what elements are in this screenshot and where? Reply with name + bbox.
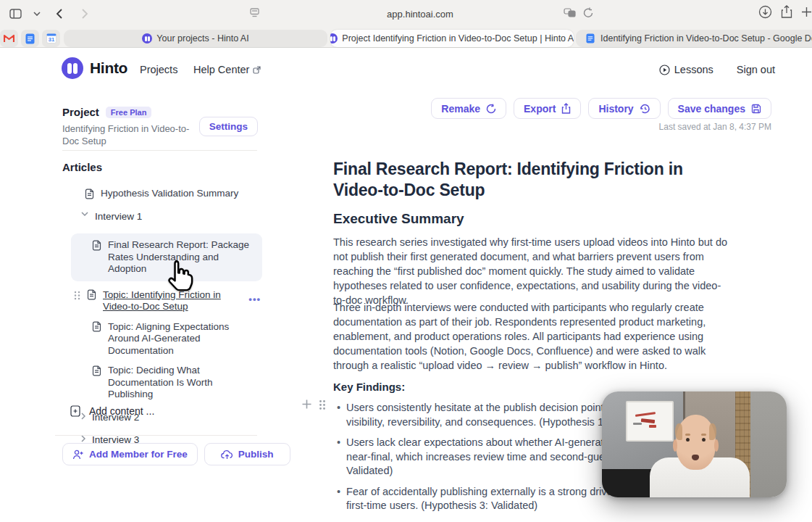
nav-projects[interactable]: Projects	[140, 64, 177, 75]
svg-text:31: 31	[48, 36, 54, 43]
reload-icon[interactable]	[583, 7, 593, 18]
browser-toolbar: app.hintoai.com	[0, 0, 812, 29]
file-plus-icon	[70, 405, 80, 417]
add-member-button[interactable]: Add Member for Free	[62, 443, 198, 465]
video-whiteboard	[626, 401, 674, 441]
back-button-icon[interactable]	[49, 4, 68, 23]
document-toolbar: Remake Export History Save changes	[431, 98, 771, 119]
plan-badge: Free Plan	[106, 107, 152, 118]
sidebar-group-interview-1[interactable]: Interview 1	[62, 211, 262, 223]
divider	[62, 150, 257, 151]
article-title: Final Research Report: Identifying Frict…	[333, 159, 710, 201]
forward-button-icon[interactable]	[75, 4, 94, 23]
more-options-icon[interactable]: •••	[248, 294, 261, 306]
play-circle-icon	[659, 65, 670, 75]
address-bar[interactable]: app.hintoai.com	[362, 9, 478, 20]
person-plus-icon	[72, 450, 84, 460]
sidebar-article-topic-identifying-friction-in-video-to-d[interactable]: Topic: Identifying Friction in Video-to-…	[62, 289, 262, 313]
sidebar-article-topic-aligning-expectations-around-ai-ge[interactable]: Topic: Aligning Expectations Around AI-G…	[62, 321, 262, 357]
chevron-down-icon	[81, 212, 88, 216]
sidebar-article-hypothesis-validation-summary[interactable]: Hypothesis Validation Summary	[62, 188, 262, 200]
history-button[interactable]: History	[588, 98, 660, 119]
lessons-link[interactable]: Lessons	[659, 64, 713, 75]
export-button[interactable]: Export	[514, 98, 581, 119]
sidebar-toggle-icon[interactable]	[6, 4, 25, 23]
share-icon[interactable]	[781, 5, 792, 19]
window-icon[interactable]	[249, 7, 260, 18]
project-label: Project	[62, 106, 99, 118]
document-icon	[92, 365, 101, 376]
sign-out-link[interactable]: Sign out	[737, 64, 775, 75]
hinto-favicon	[330, 33, 338, 44]
bullet-glyph: •	[337, 436, 340, 478]
save-changes-button[interactable]: Save changes	[668, 98, 771, 119]
google-docs-pinned-tab[interactable]	[21, 30, 39, 47]
key-finding-bullet: •Lack of a clear preview contributes to …	[337, 520, 742, 522]
video-right-wall	[750, 392, 787, 497]
export-icon	[561, 103, 571, 114]
hinto-logo[interactable]: Hinto	[62, 57, 127, 79]
google-calendar-pinned-tab[interactable]: 31	[42, 30, 60, 47]
project-panel: Project Free Plan Identifying Friction i…	[62, 106, 258, 147]
articles-heading: Articles	[62, 161, 102, 173]
video-dark-corner	[602, 469, 658, 497]
bullet-glyph: •	[337, 401, 340, 429]
block-drag-handle-icon[interactable]	[319, 399, 326, 410]
google-docs-favicon	[586, 33, 595, 44]
tab-project-active[interactable]: Project Identifying Friction in Video-to…	[330, 30, 574, 47]
insert-block-button[interactable]	[301, 399, 312, 410]
person-head	[676, 415, 716, 470]
executive-summary-heading: Executive Summary	[333, 211, 464, 227]
hinto-logo-icon	[62, 57, 83, 79]
cursor-pointer-icon	[164, 258, 198, 294]
last-saved-text: Last saved at Jan 8, 4:37 PM	[659, 122, 771, 132]
external-link-icon	[253, 66, 261, 74]
tab-your-projects[interactable]: Your projects - Hinto AI	[64, 30, 327, 47]
translate-icon[interactable]	[564, 8, 576, 17]
document-icon	[87, 289, 96, 300]
gmail-pinned-tab[interactable]	[0, 30, 18, 47]
app-header: Hinto Projects Help Center Lessons Sign …	[0, 49, 812, 92]
webcam-video-overlay[interactable]	[602, 392, 787, 497]
bullet-glyph: •	[337, 520, 340, 522]
key-findings-label: Key Findings:	[333, 381, 405, 393]
document-icon	[92, 321, 101, 332]
save-icon	[751, 104, 761, 114]
document-icon	[92, 240, 101, 251]
history-clock-icon	[640, 104, 650, 114]
remake-button[interactable]: Remake	[431, 98, 506, 119]
chevron-right-icon	[81, 435, 85, 442]
paragraph: This research series investigated why fi…	[333, 235, 733, 307]
publish-button[interactable]: Publish	[204, 443, 290, 465]
downloads-icon[interactable]	[758, 5, 772, 19]
new-tab-icon[interactable]	[801, 7, 812, 17]
nav-help-center[interactable]: Help Center	[193, 64, 261, 75]
project-title: Identifying Friction in Video-to-Doc Set…	[62, 123, 204, 147]
brand-name: Hinto	[90, 59, 127, 77]
paragraph: Three in-depth interviews were conducted…	[333, 300, 733, 373]
cloud-upload-icon	[221, 450, 233, 460]
tab-google-doc[interactable]: Identifying Friction in Video-to-Doc Set…	[576, 30, 812, 47]
pinned-tabs: 31	[0, 30, 60, 47]
hinto-favicon	[142, 33, 152, 44]
divider	[55, 435, 257, 436]
tab-group-chevron-icon[interactable]	[32, 4, 42, 23]
settings-button[interactable]: Settings	[199, 117, 258, 136]
add-content-button[interactable]: Add content ...	[70, 405, 154, 417]
drag-handle-icon[interactable]	[74, 291, 80, 300]
sidebar-article-topic-deciding-what-documentation-is-wor[interactable]: Topic: Deciding What Documentation Is Wo…	[62, 365, 262, 401]
document-icon	[85, 188, 94, 199]
bullet-glyph: •	[337, 485, 340, 513]
refresh-icon	[486, 104, 496, 114]
